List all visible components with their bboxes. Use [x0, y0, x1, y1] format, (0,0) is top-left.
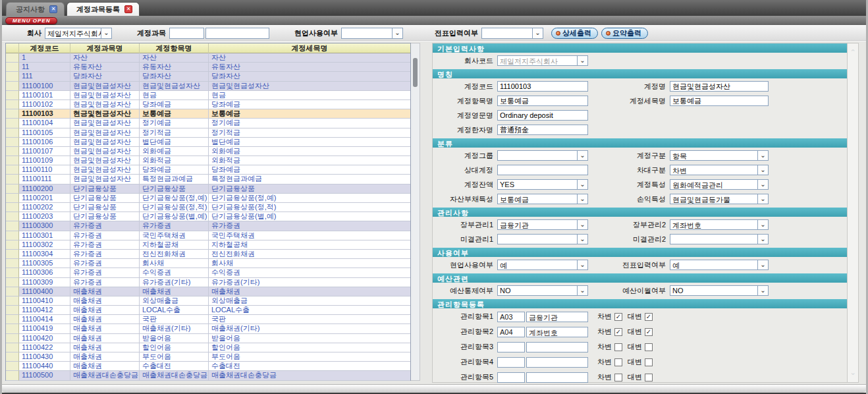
debit-checkbox[interactable]: ✓ [614, 343, 622, 351]
tab-account-registration[interactable]: 계정과목등록 ✕ [67, 2, 140, 16]
table-row[interactable]: 111 당좌자산 당좌자산 당좌자산 [6, 72, 410, 81]
summary-print-button[interactable]: 요약출력 [601, 28, 648, 39]
debit-checkbox[interactable]: ✓ [614, 358, 622, 366]
table-row[interactable]: 11100440 매출채권 수출대전 수출대전 [6, 362, 410, 371]
ledger2-select[interactable]: 계좌번호⌄ [670, 219, 769, 230]
table-row[interactable]: 11100306 유가증권 수익증권 수익증권 [6, 268, 410, 277]
table-row[interactable]: 11100422 매출채권 할인어음 할인어음 [6, 343, 410, 352]
cell-name2: 매출채권(기타) [140, 324, 209, 333]
slip-input-field-select[interactable]: 예⌄ [670, 260, 769, 270]
scrollbar-thumb[interactable] [413, 58, 418, 87]
hanja-name-field[interactable] [497, 125, 588, 135]
credit-checkbox[interactable]: ✓ [645, 343, 653, 351]
table-row[interactable]: 1 자산 자산 자산 [6, 53, 410, 63]
biz-use-field-select[interactable]: 예⌄ [497, 260, 588, 270]
table-row[interactable]: 11100400 매출채권 매출채권 매출채권 [6, 287, 410, 296]
debit-checkbox[interactable]: ✓ [614, 313, 622, 321]
mgmt-code-input[interactable] [497, 357, 525, 368]
mgmt-name-input[interactable]: 계좌번호 [526, 327, 588, 337]
budget-control-select[interactable]: NO⌄ [497, 285, 588, 296]
table-row[interactable]: 11100110 현금및현금성자산 당좌예금 당좌예금 [6, 165, 410, 175]
menu-open-button[interactable]: MENU OPEN [5, 17, 57, 24]
mgmt-code-input[interactable]: A04 [497, 327, 525, 337]
table-row[interactable]: 11100309 유가증권 유가증권(기타) 유가증권(기타) [6, 278, 410, 287]
table-row[interactable]: 11100300 유가증권 유가증권 유가증권 [6, 221, 410, 231]
debit-checkbox[interactable]: ✓ [614, 374, 622, 381]
counter-account-field[interactable] [497, 165, 588, 175]
table-row[interactable]: 11100101 현금및현금성자산 현금 현금 [6, 91, 410, 100]
mgmt-code-input[interactable]: A03 [497, 312, 525, 322]
table-row[interactable]: 11100414 매출채권 국판 국판 [6, 315, 410, 324]
credit-checkbox[interactable]: ✓ [645, 374, 653, 381]
table-row[interactable]: 11100500 매출채권대손충당금 매출채권대손충당금 매출채권대손충당금 [6, 371, 410, 380]
close-icon[interactable]: ✕ [49, 5, 57, 13]
table-row[interactable]: 11100305 유가증권 회사채 회사채 [6, 259, 410, 268]
credit-checkbox[interactable]: ✓ [645, 313, 653, 321]
table-row[interactable]: 11100302 유가증권 지하철공채 지하철공채 [6, 240, 410, 250]
tab-notice[interactable]: 공지사항 ✕ [6, 2, 65, 16]
credit-checkbox[interactable]: ✓ [645, 328, 653, 336]
pending1-select[interactable]: ⌄ [497, 234, 588, 244]
account-division-select[interactable]: 항목⌄ [670, 150, 769, 161]
detail-print-button[interactable]: 상세출력 [551, 28, 598, 39]
ledger1-select[interactable]: 금융기관⌄ [497, 219, 588, 230]
asset-trait-select[interactable]: 보통예금⌄ [497, 194, 588, 204]
biz-use-select[interactable]: ⌄ [341, 28, 403, 39]
mgmt-name-input[interactable]: 금융기관 [526, 312, 588, 322]
mgmt-code-input[interactable] [497, 372, 525, 383]
account-name-input[interactable] [205, 28, 269, 39]
close-icon[interactable]: ✕ [124, 5, 132, 13]
table-row[interactable]: 11100109 현금및현금성자산 외화적금 외화적금 [6, 156, 410, 165]
company-select[interactable]: 제일저지주식회사 ⌄ [45, 28, 112, 39]
credit-checkbox[interactable]: ✓ [645, 358, 653, 366]
debit-checkbox[interactable]: ✓ [614, 328, 622, 336]
pl-trait-select[interactable]: 현금및현금등가물⌄ [670, 194, 769, 204]
english-name-field[interactable] [497, 110, 588, 121]
mgmt-code-input[interactable] [497, 342, 525, 352]
item-name-field[interactable] [497, 96, 588, 106]
table-scrollbar[interactable] [411, 43, 420, 381]
account-code-field[interactable] [497, 81, 588, 92]
english-name-label: 계정영문명 [433, 111, 493, 121]
account-balance-select[interactable]: YES⌄ [497, 179, 588, 190]
account-name-field[interactable] [670, 81, 769, 92]
table-row[interactable]: 11100420 매출채권 받을어음 받을어음 [6, 334, 410, 343]
account-code-input[interactable] [169, 28, 204, 39]
budget-carryover-select[interactable]: NO⌄ [670, 285, 769, 296]
table-row[interactable]: 11100301 유가증권 국민주택채권 국민주택채권 [6, 231, 410, 240]
company-code-select[interactable]: 제일저지주식회사 ⌄ [497, 55, 588, 66]
mgmt-name-input[interactable] [526, 357, 588, 368]
account-group-select[interactable]: ⌄ [497, 150, 588, 161]
table-row[interactable]: 11100107 현금및현금성자산 외화예금 외화예금 [6, 147, 410, 156]
table-row[interactable]: 11100200 단기금융상품 단기금융상품 단기금융상품 [6, 184, 410, 194]
mgmt-name-input[interactable] [526, 372, 588, 383]
cell-name3: 할인어음 [209, 343, 410, 352]
panel-scrollbar[interactable]: ⌃ ⌄ [847, 43, 859, 383]
table-row[interactable]: 11100111 현금및현금성자산 특정현금과예금 특정현금과예금 [6, 175, 410, 184]
table-row[interactable]: 11100412 매출채권 LOCAL수출 LOCAL수출 [6, 306, 410, 315]
slip-input-select[interactable]: ⌄ [481, 28, 543, 39]
chevron-down-icon[interactable]: ⌄ [848, 369, 857, 376]
table-row[interactable]: 11 유동자산 유동자산 유동자산 [6, 63, 410, 72]
dc-division-select[interactable]: 차변⌄ [670, 165, 769, 175]
table-row[interactable]: 11100201 단기금융상품 단기금융상품(정,예) 단기금융상품(정,예) [6, 194, 410, 203]
table-row[interactable]: 11100203 단기금융상품 단기금융상품(별,예) 단기금융상품(별,예) [6, 212, 410, 221]
table-row[interactable]: 11100105 현금및현금성자산 정기적금 정기적금 [6, 128, 410, 138]
account-trait-select[interactable]: 원화예적금관리⌄ [670, 179, 769, 190]
table-row[interactable]: 11100202 단기금융상품 단기금융상품(정,적) 단기금융상품(정,적) [6, 203, 410, 212]
table-row[interactable]: 11100104 현금및현금성자산 정기예금 정기예금 [6, 119, 410, 128]
table-row[interactable]: 11100304 유가증권 전신전화채권 전신전화채권 [6, 250, 410, 259]
table-row[interactable]: 11100430 매출채권 부도어음 부도어음 [6, 352, 410, 362]
detail-name-field[interactable] [670, 96, 769, 106]
table-row[interactable]: 11100410 매출채권 외상매출금 외상매출금 [6, 296, 410, 306]
chevron-up-icon[interactable]: ⌃ [848, 49, 857, 55]
table-row[interactable]: 11100100 현금및현금성자산 현금및현금성자산 현금및현금성자산 [6, 82, 410, 91]
table-row[interactable]: 11100102 현금및현금성자산 당좌예금 당좌예금 [6, 100, 410, 109]
pending2-select[interactable]: ⌄ [670, 234, 769, 244]
cell-name3: 회사채 [209, 259, 410, 268]
table-row[interactable]: 11100419 매출채권 매출채권(기타) 매출채권(기타) [6, 324, 410, 333]
mgmt-name-input[interactable] [526, 342, 588, 352]
credit-label: 대변 [628, 327, 642, 337]
table-row[interactable]: 11100103 현금및현금성자산 보통예금 보통예금 [6, 109, 410, 119]
table-row[interactable]: 11100106 현금및현금성자산 별단예금 별단예금 [6, 138, 410, 147]
